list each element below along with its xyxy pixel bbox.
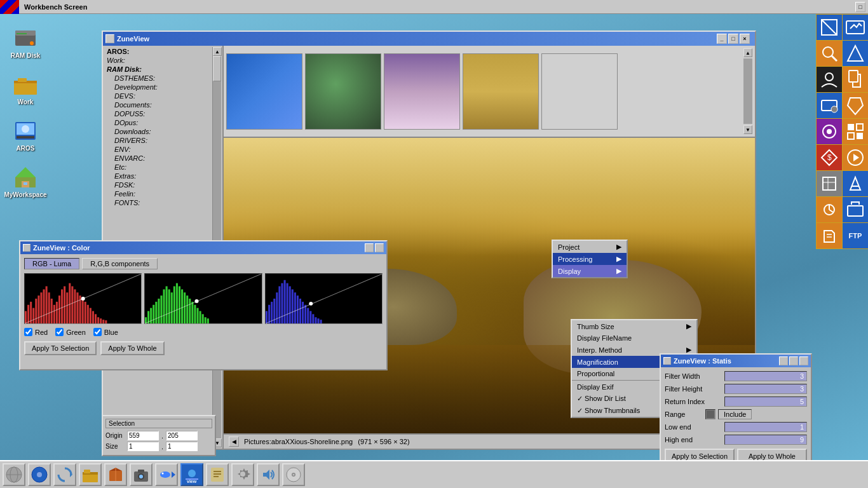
file-item-envarc[interactable]: ENVARC: [104,154,212,163]
desktop-icon-work[interactable]: Work [6,72,44,105]
checkbox-blue[interactable]: Blue [93,328,118,336]
file-item-aros[interactable]: AROS: [104,47,212,56]
range-checkbox[interactable] [705,409,715,419]
file-item-dsthemes[interactable]: DSTHEMES: [104,74,212,83]
color-max[interactable] [375,243,384,252]
filter-height-value[interactable]: 3 [724,384,807,394]
file-scroll-up[interactable]: ▲ [213,47,222,56]
statis-max[interactable] [789,356,798,365]
file-item-drivers[interactable]: DRIVERS: [104,136,212,145]
thumb-scroll-track[interactable] [743,58,752,124]
desktop-icon-myworkspace[interactable]: MyWorkspace [6,165,44,198]
zuneview-maximize[interactable]: □ [728,34,738,44]
thumbnail-2[interactable] [305,53,381,130]
high-end-value[interactable]: 9 [724,435,807,445]
zuneview-close[interactable] [105,34,114,43]
tab-rgb-luma[interactable]: RGB - Luma [24,258,79,269]
sidebar-icon-16[interactable] [843,197,868,222]
file-item-dev[interactable]: Development: [104,83,212,92]
sidebar-icon-3[interactable] [817,41,842,66]
color-apply-selection[interactable]: Apply To Selection [24,341,97,355]
taskbar-icon-folder[interactable] [79,463,102,486]
menu-processing[interactable]: Processing ▶ [553,253,627,265]
file-item-downloads[interactable]: Downloads: [104,127,212,136]
zuneview-close2[interactable]: × [740,34,750,44]
taskbar-icon-disk[interactable] [28,463,51,486]
taskbar-icon-package[interactable] [104,463,127,486]
sidebar-icon-14[interactable] [843,171,868,196]
file-item-env[interactable]: ENV: [104,145,212,154]
file-item-ramdisk[interactable]: RAM Disk: [104,65,212,74]
origin-x-input[interactable] [127,431,159,440]
taskbar-icon-scroll[interactable] [206,463,229,486]
sidebar-icon-4[interactable] [843,41,868,66]
sidebar-icon-ftp[interactable]: FTP [843,223,868,248]
file-item-dopus5[interactable]: DOPUS5: [104,109,212,118]
taskbar-restore-btn[interactable]: □ [855,2,865,12]
sidebar-icon-5[interactable] [817,67,842,92]
sidebar-icon-1[interactable] [817,15,842,40]
file-item-fdsk[interactable]: FDSK: [104,180,212,189]
origin-y-input[interactable] [166,431,198,440]
sidebar-icon-7[interactable] [817,93,842,118]
file-item-etc[interactable]: Etc: [104,163,212,172]
file-item-devs[interactable]: DEVS: [104,92,212,100]
color-min[interactable] [365,243,374,252]
sidebar-icon-9[interactable] [817,119,842,144]
taskbar-icon-speaker[interactable] [257,463,280,486]
file-item-fonts[interactable]: FONTS: [104,198,212,207]
menu-display[interactable]: Display ▶ [553,265,627,277]
menu-project[interactable]: Project ▶ [553,241,627,253]
return-index-value[interactable]: 5 [724,396,807,407]
taskbar-icon-refresh[interactable] [53,463,76,486]
statis-restore[interactable] [799,356,808,365]
thumb-scroll-up[interactable]: ▲ [743,48,752,57]
sidebar-icon-17[interactable] [817,223,842,248]
thumb-scroll-down[interactable]: ▼ [743,125,752,134]
desktop-icon-aros[interactable]: AROS [6,118,44,152]
color-close[interactable] [23,244,31,252]
green-checkbox[interactable] [55,328,64,336]
thumbnail-5[interactable] [541,53,618,130]
tab-rgb-components[interactable]: R,G,B components [82,258,158,269]
size-h-input[interactable] [166,442,198,451]
checkbox-green[interactable]: Green [55,328,86,336]
sidebar-icon-10[interactable] [843,119,868,144]
filter-width-value[interactable]: 3 [724,371,807,381]
statis-close[interactable] [663,357,671,365]
zuneview-minimize[interactable]: _ [717,34,727,44]
sidebar-icon-8[interactable] [843,93,868,118]
sidebar-icon-2[interactable] [843,15,868,40]
red-checkbox[interactable] [24,328,32,336]
taskbar-icon-gear[interactable] [231,463,254,486]
color-apply-whole[interactable]: Apply To Whole [100,341,164,355]
file-item-extras[interactable]: Extras: [104,172,212,180]
range-include[interactable]: Include [718,409,752,419]
thumbnail-3[interactable] [384,53,460,130]
checkbox-red[interactable]: Red [24,328,48,336]
taskbar-icon-camera[interactable] [130,463,153,486]
taskbar-icon-globe[interactable] [3,463,25,486]
sidebar-icon-13[interactable] [817,171,842,196]
nav-left[interactable]: ◀ [229,437,239,447]
blue-checkbox[interactable] [93,328,102,336]
sidebar-icon-12[interactable] [843,145,868,170]
file-item-work[interactable]: Work: [104,56,212,65]
statis-min[interactable] [779,356,788,365]
file-item-docs[interactable]: Documents: [104,100,212,109]
sidebar-icon-11[interactable]: $ [817,145,842,170]
size-w-input[interactable] [127,442,159,451]
menu-displayfilename[interactable]: Display FileName [572,332,696,344]
taskbar-icon-cd[interactable] [282,463,305,486]
sidebar-icon-15[interactable] [817,197,842,222]
taskbar-icon-fish[interactable] [155,463,178,486]
menu-thumbsize[interactable]: Thumb Size▶ [572,320,696,332]
low-end-value[interactable]: 1 [724,422,807,432]
file-item-dopus[interactable]: DOpus: [104,118,212,127]
thumbnail-1[interactable] [226,53,302,130]
thumbnail-4[interactable] [463,53,539,130]
taskbar-icon-zuneview[interactable]: view [180,463,203,486]
sidebar-icon-6[interactable] [843,67,868,92]
file-item-feelin[interactable]: Feelin: [104,189,212,198]
desktop-icon-ramdisk[interactable]: RAM Disk [6,25,44,59]
